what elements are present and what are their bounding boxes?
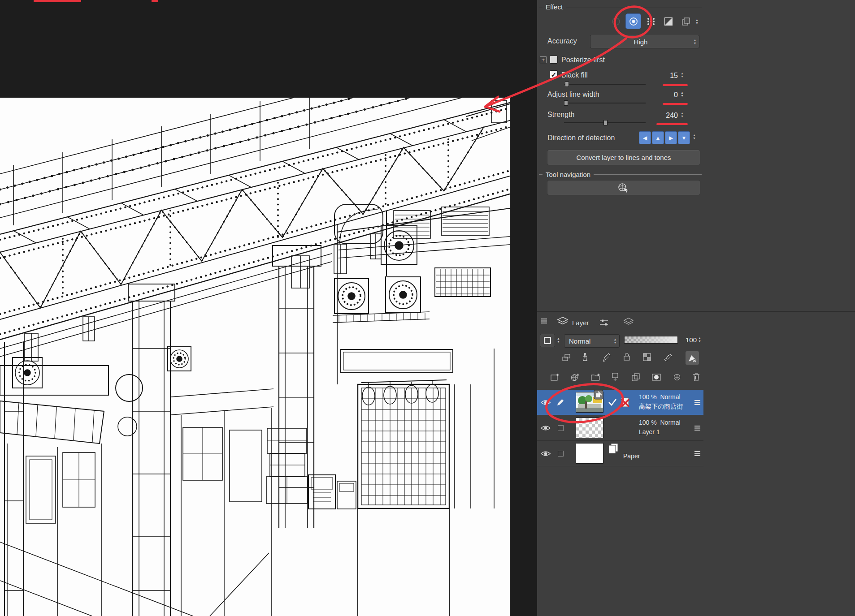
layer-row-paper[interactable]: Paper [537, 441, 703, 466]
adjust-line-width-stepper[interactable]: ▲▼ [681, 91, 684, 97]
new-folder-icon[interactable] [590, 373, 600, 381]
tone-effect-icon[interactable] [625, 13, 641, 29]
strength-value[interactable]: 240 [647, 112, 678, 120]
layer-name: Paper [623, 452, 640, 460]
accuracy-dropdown[interactable]: High ▲▼ [590, 35, 699, 48]
select-drawing-target-icon[interactable] [686, 351, 699, 365]
halftone-effect-icon[interactable] [643, 13, 659, 29]
direction-label: Direction of detection [547, 134, 615, 142]
apply-mask-icon[interactable] [673, 373, 681, 382]
editing-target-checkbox[interactable] [558, 451, 564, 457]
opacity-value[interactable]: 100 [679, 336, 697, 344]
layer-color-swatch [544, 337, 551, 344]
adjust-line-width-slider[interactable] [564, 103, 646, 103]
header-rule [539, 7, 543, 7]
enable-ruler-icon[interactable] [664, 353, 673, 362]
direction-down-button[interactable]: ▼ [678, 131, 690, 144]
effect-title: Effect [546, 3, 563, 11]
direction-stepper[interactable]: ▲▼ [693, 134, 696, 140]
editing-target-pencil-icon[interactable] [556, 398, 565, 407]
contrast-effect-icon[interactable] [660, 13, 676, 29]
layers-effect-icon[interactable] [678, 13, 694, 29]
editing-target-checkbox[interactable] [558, 425, 564, 431]
layer-color-selector[interactable] [540, 334, 555, 347]
tool-navigation-button[interactable] [547, 180, 700, 195]
create-layer-mask-icon[interactable] [652, 373, 661, 382]
new-raster-layer-icon[interactable] [550, 373, 560, 382]
preview-mode-icon[interactable] [608, 13, 624, 29]
black-fill-label: Black fill [561, 71, 588, 79]
posterize-checkbox[interactable] [550, 56, 558, 64]
annotation-underline-black-fill [663, 84, 688, 86]
blend-mode-stepper[interactable]: ▲▼ [611, 338, 619, 344]
header-rule [594, 174, 702, 175]
adjust-line-width-slider-handle[interactable] [564, 100, 568, 106]
layer-row-layer1[interactable]: 100 % Normal Layer 1 [537, 415, 703, 441]
red-tick-2 [152, 0, 158, 2]
delete-layer-icon[interactable] [692, 372, 700, 382]
black-fill-value[interactable]: 15 [653, 72, 678, 80]
layer-visibility-eye-icon[interactable] [541, 425, 551, 431]
clip-to-layer-below-icon[interactable] [562, 353, 571, 362]
lock-layer-icon[interactable] [623, 352, 630, 361]
layer-color-stepper[interactable]: ▲▼ [557, 337, 560, 343]
effect-section-header: Effect [539, 3, 702, 11]
opacity-stepper[interactable]: ▲▼ [698, 336, 701, 343]
tool-navigation-title: Tool navigation [546, 171, 590, 178]
cancel-x-icon[interactable] [620, 396, 631, 409]
reference-layer-icon[interactable] [582, 352, 588, 362]
strength-stepper[interactable]: ▲▼ [681, 112, 684, 118]
layer-visibility-eye-icon[interactable] [541, 399, 551, 406]
layer-palette-menu-icon[interactable] [541, 318, 547, 324]
new-vector-layer-icon[interactable] [570, 373, 580, 382]
layer-thumbnail[interactable] [576, 418, 603, 438]
layer-name: 高架下の商店街 [639, 403, 683, 411]
merge-to-lower-layer-icon[interactable] [631, 373, 640, 382]
strength-slider-handle[interactable] [603, 120, 608, 125]
adjust-line-width-label: Adjust line width [547, 90, 599, 99]
layer-tab-icon[interactable] [557, 316, 569, 325]
black-fill-stepper[interactable]: ▲▼ [681, 72, 684, 78]
black-fill-slider[interactable] [564, 84, 646, 85]
blend-mode-value: Normal [564, 337, 611, 345]
layer-menu-icon[interactable] [694, 425, 701, 431]
effect-toolbar-stepper[interactable]: ▲▼ [695, 18, 699, 25]
blend-mode-dropdown[interactable]: Normal ▲▼ [564, 334, 620, 348]
direction-left-button[interactable]: ◀ [639, 131, 651, 144]
layer-thumbnail[interactable] [576, 443, 603, 464]
layer-opacity: 100 % [639, 419, 657, 426]
layer-blend-mode: Normal [660, 393, 680, 401]
tool-navigation-header: Tool navigation [539, 171, 702, 178]
layer-property-icon[interactable] [599, 319, 609, 326]
application-window: Effect ▲▼ Accuracy [0, 0, 855, 616]
black-fill-slider-handle[interactable] [565, 82, 569, 87]
layer-row-shopping-street[interactable]: 100 % Normal 高架下の商店街 [537, 390, 703, 415]
layer-blend-mode: Normal [660, 419, 680, 426]
layer-visibility-eye-icon[interactable] [541, 450, 551, 457]
black-fill-checkbox[interactable]: ✓ [550, 70, 558, 78]
lock-transparent-pixels-icon[interactable] [643, 353, 651, 361]
direction-up-button[interactable]: ▲ [652, 131, 664, 144]
opacity-slider[interactable] [624, 336, 678, 344]
subtool-palette-icon[interactable] [623, 317, 634, 325]
canvas[interactable] [0, 98, 510, 616]
draft-layer-icon[interactable] [602, 353, 611, 362]
accuracy-stepper[interactable]: ▲▼ [691, 39, 699, 45]
convert-button[interactable]: Convert layer to lines and tones [547, 150, 700, 165]
direction-buttons: ◀ ▲ ▶ ▼ [639, 131, 690, 144]
annotation-underline-adjust [663, 103, 688, 105]
palette-splitter[interactable] [537, 311, 855, 312]
posterize-expander[interactable]: + [540, 56, 547, 63]
direction-right-button[interactable]: ▶ [665, 131, 677, 144]
transfer-to-lower-layer-icon[interactable] [612, 372, 619, 382]
layer-name: Layer 1 [639, 428, 660, 435]
header-rule [539, 174, 543, 175]
header-rule [566, 7, 702, 7]
adjust-line-width-value[interactable]: 0 [653, 91, 678, 99]
posterize-label: Posterize first [561, 56, 605, 64]
layer-tab-label[interactable]: Layer [572, 319, 589, 327]
layer-menu-icon[interactable] [694, 451, 701, 457]
layer-info: 100 % Normal [639, 393, 681, 401]
layer-menu-icon[interactable] [694, 400, 701, 405]
confirm-check-icon[interactable] [608, 398, 617, 406]
